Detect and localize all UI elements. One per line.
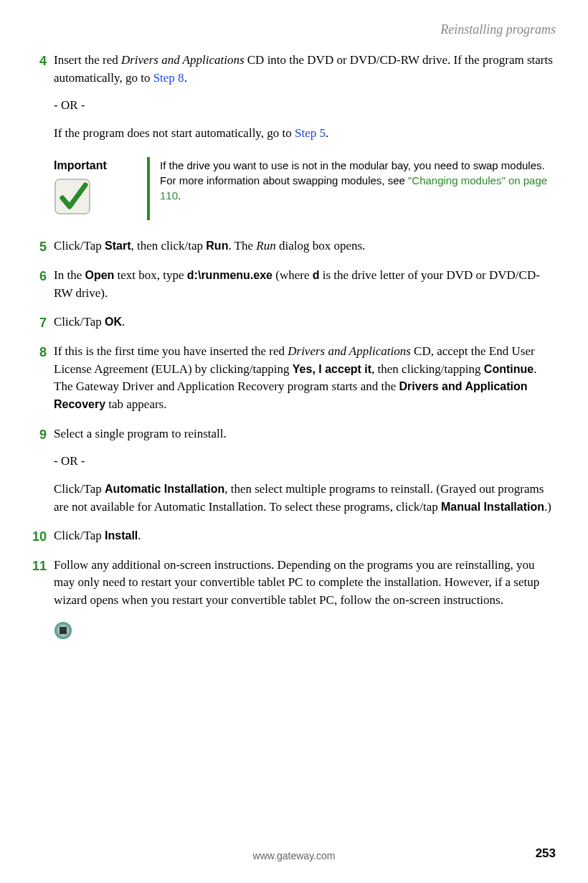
link-step-5[interactable]: Step 5	[295, 126, 326, 140]
ui-yes-accept: Yes, I accept it	[293, 363, 371, 375]
text: In the	[54, 268, 85, 282]
italic-text: Drivers and Applications	[121, 53, 245, 67]
text: tab appears.	[105, 397, 166, 411]
callout-label: Important	[54, 157, 137, 174]
ui-start: Start	[105, 240, 131, 252]
step-6: 6 In the Open text box, type d:\runmenu.…	[54, 267, 556, 302]
text: If the program does not start automatica…	[54, 126, 295, 140]
page-content: 4 Insert the red Drivers and Application…	[0, 39, 588, 640]
text: .	[326, 126, 328, 140]
footer-url: www.gateway.com	[253, 849, 336, 863]
text: (where	[272, 268, 313, 282]
link-step-8[interactable]: Step 8	[153, 71, 184, 85]
step-number: 11	[25, 557, 47, 575]
text: text box, type	[114, 268, 187, 282]
step-10: 10 Click/Tap Install.	[54, 527, 556, 545]
checkmark-icon	[54, 178, 91, 215]
text: dialog box opens.	[276, 239, 366, 252]
step-number: 7	[25, 313, 47, 332]
text: Click/Tap	[54, 315, 105, 329]
text: Click/Tap	[54, 239, 105, 252]
text: If this is the first time you have inser…	[54, 344, 288, 358]
text: , then clicking/tapping	[371, 362, 484, 376]
page-footer: www.gateway.com 253	[0, 849, 588, 863]
step-11: 11 Follow any additional on-screen instr…	[54, 557, 556, 610]
text: Select a single program to reinstall.	[54, 425, 556, 443]
text: Click/Tap	[54, 482, 105, 496]
step-7: 7 Click/Tap OK.	[54, 313, 556, 331]
step-5: 5 Click/Tap Start, then click/tap Run. T…	[54, 237, 556, 255]
step-8: 8 If this is the first time you have ins…	[54, 343, 556, 414]
ui-run: Run	[206, 240, 228, 252]
text: .)	[544, 500, 551, 514]
ui-d: d	[313, 269, 320, 281]
italic-run: Run	[256, 239, 275, 252]
page-number: 253	[536, 845, 556, 863]
text: .	[184, 71, 187, 85]
step-number: 6	[25, 267, 47, 285]
or-separator: - OR -	[54, 453, 556, 471]
section-title: Reinstalling programs	[440, 22, 556, 37]
ui-auto-install: Automatic Installation	[105, 483, 224, 495]
end-of-procedure-icon	[54, 621, 556, 640]
ui-ok: OK	[105, 316, 122, 328]
ui-install: Install	[105, 529, 138, 542]
important-callout: Important If the drive you want to use i…	[54, 157, 556, 221]
ui-continue: Continue	[484, 363, 534, 375]
step-number: 10	[25, 527, 47, 546]
text: Follow any additional on-screen instruct…	[54, 558, 539, 607]
callout-divider	[147, 157, 150, 221]
step-number: 4	[25, 52, 47, 70]
step-4: 4 Insert the red Drivers and Application…	[54, 52, 556, 143]
step-number: 8	[25, 343, 47, 362]
text: Insert the red	[54, 53, 121, 67]
italic-text: Drivers and Applications	[288, 344, 411, 358]
text: Click/Tap	[54, 529, 105, 542]
step-number: 5	[25, 237, 47, 256]
text: .	[138, 529, 141, 542]
text: , then click/tap	[131, 239, 207, 252]
svg-rect-2	[60, 627, 67, 634]
callout-text-end: .	[178, 189, 181, 202]
text: . The	[228, 239, 256, 252]
page-header: Reinstalling programs	[0, 0, 588, 39]
ui-open: Open	[85, 269, 114, 281]
ui-runmenu: d:\runmenu.exe	[187, 269, 272, 281]
ui-manual-install: Manual Installation	[441, 501, 544, 513]
step-number: 9	[25, 425, 47, 444]
text: .	[122, 315, 125, 329]
or-separator: - OR -	[54, 97, 556, 115]
step-9: 9 Select a single program to reinstall. …	[54, 425, 556, 516]
